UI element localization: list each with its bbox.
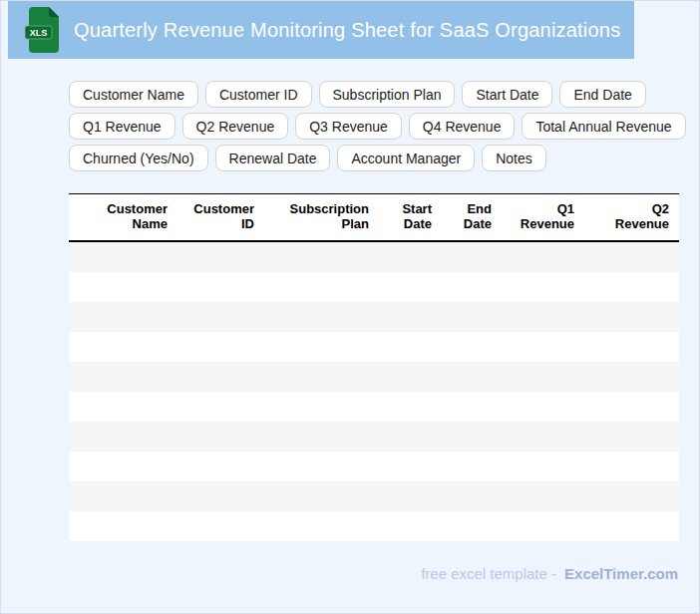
table-row <box>69 242 679 272</box>
chip-churned[interactable]: Churned (Yes/No) <box>69 145 208 171</box>
table-row <box>69 511 679 541</box>
footer-text: free excel template - <box>421 565 556 582</box>
chip-customer-name[interactable]: Customer Name <box>69 81 198 108</box>
header-bar: XLS Quarterly Revenue Monitoring Sheet f… <box>8 1 634 59</box>
spreadsheet-table: CustomerName CustomerID SubscriptionPlan… <box>69 193 679 541</box>
table-row <box>69 332 679 362</box>
page-title: Quarterly Revenue Monitoring Sheet for S… <box>74 19 620 42</box>
chip-notes[interactable]: Notes <box>482 145 546 171</box>
chip-q4-revenue[interactable]: Q4 Revenue <box>409 113 516 140</box>
chip-q3-revenue[interactable]: Q3 Revenue <box>295 113 402 140</box>
chip-start-date[interactable]: Start Date <box>462 81 552 108</box>
col-header-end-date: EndDate <box>442 194 502 240</box>
table-body <box>69 242 679 541</box>
col-header-customer-id: CustomerID <box>177 194 264 240</box>
footer: free excel template -ExcelTimer.com <box>421 565 678 582</box>
col-header-q2-revenue: Q2Revenue <box>584 194 679 240</box>
table-row <box>69 452 679 481</box>
chip-total-annual-revenue[interactable]: Total Annual Revenue <box>522 113 685 140</box>
chip-q1-revenue[interactable]: Q1 Revenue <box>69 113 175 140</box>
chip-account-manager[interactable]: Account Manager <box>337 145 475 171</box>
chip-end-date[interactable]: End Date <box>559 81 645 108</box>
table-row <box>69 362 679 392</box>
col-header-q1-revenue: Q1Revenue <box>502 194 584 240</box>
chip-row-1: Customer Name Customer ID Subscription P… <box>69 81 667 108</box>
chip-subscription-plan[interactable]: Subscription Plan <box>319 81 456 108</box>
chip-row-3: Churned (Yes/No) Renewal Date Account Ma… <box>69 145 667 171</box>
col-header-start-date: StartDate <box>379 194 442 240</box>
chip-row-2: Q1 Revenue Q2 Revenue Q3 Revenue Q4 Reve… <box>69 113 667 140</box>
chip-customer-id[interactable]: Customer ID <box>205 81 312 108</box>
xls-file-icon: XLS <box>25 7 59 53</box>
col-header-subscription-plan: SubscriptionPlan <box>264 194 379 240</box>
table-header-row: CustomerName CustomerID SubscriptionPlan… <box>69 193 679 242</box>
col-header-customer-name: CustomerName <box>69 194 177 240</box>
table-row <box>69 302 679 332</box>
page: XLS Quarterly Revenue Monitoring Sheet f… <box>0 0 700 614</box>
chip-q2-revenue[interactable]: Q2 Revenue <box>182 113 289 140</box>
chip-renewal-date[interactable]: Renewal Date <box>215 145 331 171</box>
footer-brand-link[interactable]: ExcelTimer.com <box>564 565 678 582</box>
field-chips: Customer Name Customer ID Subscription P… <box>69 81 667 176</box>
table-row <box>69 481 679 511</box>
table-row <box>69 422 679 452</box>
table-row <box>69 392 679 422</box>
svg-text:XLS: XLS <box>30 28 48 38</box>
table-row <box>69 272 679 302</box>
